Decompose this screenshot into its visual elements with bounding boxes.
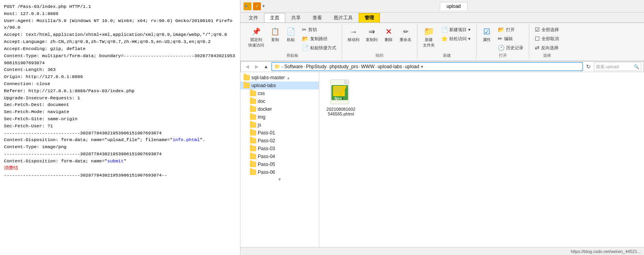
- paste-button[interactable]: 📄 粘贴: [284, 25, 298, 44]
- tab-file[interactable]: 文件: [243, 13, 264, 22]
- tree-item-sqli[interactable]: sqli-labs-master ▲: [240, 74, 319, 82]
- tab-manage[interactable]: 管理: [359, 13, 380, 22]
- tree-item-img[interactable]: img: [240, 113, 319, 121]
- history-button[interactable]: 🕐 历史记录: [495, 43, 526, 52]
- select-all-button[interactable]: ☑ 全部选择: [532, 25, 561, 34]
- cut-icon: ✂: [302, 26, 307, 33]
- log-line: Content-Type: multipart/form-data; bound…: [4, 52, 236, 67]
- select-none-icon: ☐: [535, 35, 540, 42]
- tree-label-pass04: Pass-04: [258, 154, 275, 159]
- group-new: 📁 新建文件夹 📄 新建项目 ▾ ⭐ 轻松访问 ▾ 新建: [417, 24, 476, 59]
- copy-path-button[interactable]: 📂 复制路径: [300, 34, 339, 43]
- tree-item-pass02[interactable]: Pass-02: [240, 137, 319, 145]
- log-line: Content-Type: image/png: [4, 143, 236, 151]
- status-text: https://blog.csdn.net/weixin_44521...: [571, 249, 641, 254]
- tree-label-pass03: Pass-03: [258, 146, 275, 151]
- pin-icon: 📌: [251, 27, 261, 36]
- cut-button[interactable]: ✂ 剪切: [300, 25, 339, 34]
- tab-picture-tools[interactable]: 图片工具: [328, 13, 359, 22]
- folder-icon-doc: [250, 99, 256, 104]
- breadcrumb-upload-labs[interactable]: upload-labs: [378, 64, 402, 69]
- select-all-label: 全部选择: [542, 27, 559, 33]
- rename-button[interactable]: ✏ 重命名: [397, 25, 414, 44]
- open-button[interactable]: 📂 打开: [495, 25, 526, 34]
- move-to-label: 移动到: [348, 37, 359, 43]
- folder-icon-pass05: [250, 162, 256, 167]
- properties-button[interactable]: ☑ 属性: [480, 25, 494, 44]
- paste-shortcut-label: 粘贴快捷方式: [310, 45, 336, 51]
- breadcrumb-software[interactable]: Software: [284, 64, 303, 69]
- tree-label-doc: doc: [258, 99, 265, 104]
- log-line: User-Agent: Mozilla/5.0 (Windows NT 10.0…: [4, 17, 236, 32]
- breadcrumb-www[interactable]: WWW: [361, 64, 374, 69]
- log-line: Accept-Language: zh-CN,zh;q=0.8,zh-TW;q=…: [4, 38, 236, 45]
- tree-item-pass01[interactable]: Pass-01: [240, 129, 319, 137]
- back-button[interactable]: ◀: [243, 63, 251, 71]
- search-box[interactable]: 搜索 upload 🔍: [594, 62, 641, 71]
- tree-item-css[interactable]: css: [240, 89, 319, 97]
- tree-item-js[interactable]: js: [240, 121, 319, 129]
- tree-item-doc[interactable]: doc: [240, 97, 319, 105]
- folder-icon-pass04: [250, 154, 256, 159]
- tree-item-upload-labs[interactable]: upload-labs: [240, 82, 319, 89]
- edit-button[interactable]: ✏ 编辑: [495, 34, 526, 43]
- search-placeholder: 搜索 upload: [596, 64, 619, 70]
- log-line: Upgrade-Insecure-Requests: 1: [4, 95, 236, 102]
- title-bar-arrow: ▾: [262, 4, 265, 9]
- new-item-arrow: ▾: [468, 27, 471, 32]
- tree-item-pass04[interactable]: Pass-04: [240, 153, 319, 160]
- paste-label: 粘贴: [287, 37, 295, 43]
- title-bar: ▲ ✓ ▾ upload: [240, 0, 644, 13]
- file-item-phtml[interactable]: N++ 202108081602546565.phtml: [323, 76, 359, 119]
- paste-shortcut-button[interactable]: 📄 粘贴快捷方式: [300, 43, 339, 52]
- tree-item-docker[interactable]: docker: [240, 105, 319, 113]
- address-dropdown[interactable]: ▾: [421, 64, 423, 69]
- paste-icon: 📄: [286, 27, 296, 36]
- scroll-down-indicator: ▼: [277, 177, 282, 182]
- tree-item-pass06[interactable]: Pass-06: [240, 168, 319, 176]
- pin-quickaccess-button[interactable]: 📌 固定到 快速访问: [246, 25, 266, 50]
- folder-icon-pass06: [250, 169, 256, 175]
- tab-share[interactable]: 共享: [285, 13, 307, 22]
- rename-label: 重命名: [400, 37, 411, 43]
- log-line: Referer: http://127.0.0.1:8889/Pass-03/i…: [4, 87, 236, 95]
- copy-button[interactable]: 📋 复制: [268, 25, 282, 44]
- window-tab-upload[interactable]: upload: [440, 2, 467, 10]
- easy-access-button[interactable]: ⭐ 轻松访问 ▾: [439, 34, 473, 43]
- move-icon: →: [349, 27, 358, 36]
- move-to-button[interactable]: → 移动到: [345, 25, 362, 44]
- tree-label-pass05: Pass-05: [258, 162, 275, 167]
- select-none-button[interactable]: ☐ 全部取消: [532, 34, 561, 43]
- log-line: Sec-Fetch-Mode: navigate: [4, 108, 236, 115]
- folder-icon-sqli: [244, 75, 250, 80]
- up-button[interactable]: ▲: [262, 63, 270, 71]
- cut-label: 剪切: [308, 27, 317, 33]
- forward-button[interactable]: ▶: [253, 63, 261, 71]
- delete-button[interactable]: ✕ 删除: [382, 25, 396, 44]
- tree-item-pass05[interactable]: Pass-05: [240, 160, 319, 168]
- refresh-button[interactable]: ↻: [584, 63, 592, 71]
- invert-select-button[interactable]: ⇄ 反向选择: [532, 43, 561, 52]
- breadcrumb-phpstudy-pro[interactable]: phpstudy_pro: [329, 64, 358, 69]
- copy-to-button[interactable]: ⇒ 复制到: [363, 25, 380, 44]
- folder-icon-title: ▲: [244, 2, 251, 10]
- delete-icon: ✕: [384, 27, 393, 36]
- breadcrumb[interactable]: 📁 « Software › PhpStudy › phpstudy_pro ›…: [272, 62, 583, 71]
- tree-item-pass03[interactable]: Pass-03: [240, 145, 319, 153]
- tree-label-js: js: [258, 122, 261, 128]
- tree-label-docker: docker: [258, 106, 272, 112]
- new-item-button[interactable]: 📄 新建项目 ▾: [439, 25, 473, 34]
- copy-icon: 📋: [270, 27, 280, 36]
- breadcrumb-phpstudy[interactable]: PhpStudy: [306, 64, 326, 69]
- copy-label: 复制: [271, 37, 279, 43]
- copy-to-label: 复制到: [366, 37, 378, 43]
- log-line: ----------------------------302877843021…: [4, 151, 236, 158]
- tree-label-sqli: sqli-labs-master: [251, 75, 285, 80]
- folder-icon-css: [250, 91, 256, 96]
- new-folder-button[interactable]: 📁 新建文件夹: [421, 25, 437, 50]
- tab-view[interactable]: 查看: [307, 13, 328, 22]
- tab-home[interactable]: 主页: [264, 13, 285, 22]
- tree-label-css: css: [258, 91, 265, 96]
- log-line: Content-Disposition: form-data; name="up…: [4, 136, 236, 143]
- breadcrumb-upload[interactable]: upload: [405, 64, 419, 69]
